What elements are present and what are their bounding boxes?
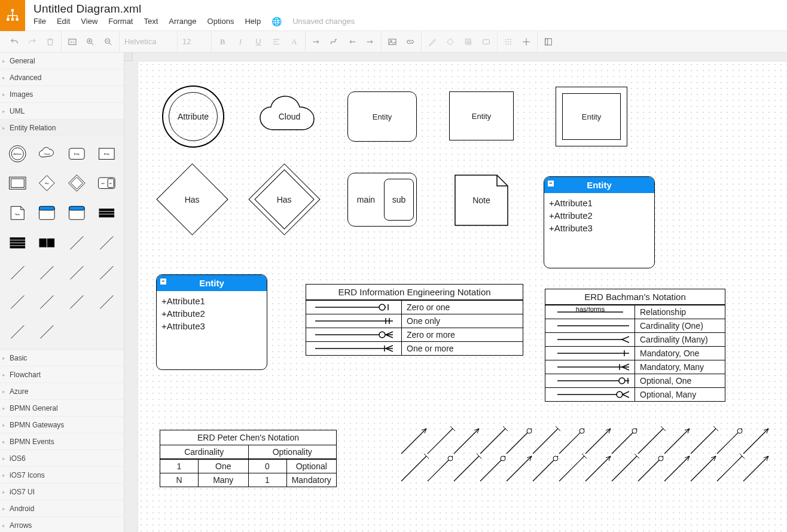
bold-icon[interactable]: B — [216, 36, 228, 48]
palette-line-6[interactable] — [93, 259, 120, 286]
shape-cloud[interactable]: Cloud — [257, 94, 322, 139]
palette-table-dark[interactable] — [93, 200, 120, 227]
sidebar-cat-ios7-icons[interactable]: iOS7 Icons — [0, 467, 124, 484]
grid-dots-icon[interactable] — [502, 36, 514, 48]
sidebar-cat-basic[interactable]: Basic — [0, 350, 124, 366]
sidebar-cat-arrows[interactable]: Arrows — [0, 517, 124, 532]
shape-entity-table-2[interactable]: −Entity +Attribute1 +Attribute2 +Attribu… — [156, 274, 267, 370]
palette-line-5[interactable] — [63, 259, 91, 286]
palette-diamond[interactable]: Has — [33, 170, 61, 197]
sidebar-cat-bpmn-gateways[interactable]: BPMN Gateways — [0, 417, 124, 433]
palette-entity-double[interactable] — [4, 170, 31, 197]
erd-chen-table[interactable]: ERD Peter Chen's Notation Cardinality Op… — [160, 430, 337, 487]
zoom-in-icon[interactable] — [84, 36, 96, 48]
outline-icon[interactable] — [542, 36, 554, 48]
menu-file[interactable]: File — [33, 17, 46, 26]
palette-entity-rounded[interactable]: Entity — [63, 140, 91, 167]
entity-attr-1[interactable]: +Attribute1 — [549, 197, 649, 209]
sidebar-cat-bpmn-general[interactable]: BPMN General — [0, 400, 124, 417]
underline-icon[interactable]: U — [252, 36, 264, 48]
sidebar-cat-uml[interactable]: UML — [0, 103, 124, 120]
connector-sample-b-0[interactable] — [399, 454, 429, 485]
guides-icon[interactable] — [520, 36, 532, 48]
arrow-left-icon[interactable] — [346, 36, 358, 48]
palette-line-9[interactable] — [63, 289, 91, 316]
connection-ortho-icon[interactable] — [328, 36, 340, 48]
shape-entity-double[interactable]: Entity — [556, 87, 627, 146]
font-size-field[interactable]: 12 — [182, 37, 206, 46]
shape-entity-rounded[interactable]: Entity — [347, 91, 417, 142]
menu-format[interactable]: Format — [108, 17, 133, 26]
palette-line-10[interactable] — [93, 289, 120, 316]
connector-sample-b-2[interactable] — [452, 454, 481, 485]
page[interactable]: Attribute Cloud Entity Entity Entity — [138, 61, 787, 532]
palette-entity-square[interactable]: Entity — [93, 140, 120, 167]
shape-main-sub[interactable]: main sub — [347, 173, 417, 227]
menu-text[interactable]: Text — [144, 17, 158, 26]
italic-icon[interactable]: I — [234, 36, 246, 48]
palette-bach-table[interactable] — [33, 229, 61, 256]
font-color-icon[interactable]: A — [288, 36, 300, 48]
shape-entity-table-1[interactable]: −Entity +Attribute1 +Attribute2 +Attribu… — [544, 176, 655, 268]
zoom-actual-icon[interactable]: 1:1 — [66, 36, 78, 48]
canvas[interactable]: Attribute Cloud Entity Entity Entity — [124, 53, 787, 532]
palette-line-2[interactable] — [93, 229, 120, 256]
palette-diamond-double[interactable] — [63, 170, 91, 197]
palette-line-4[interactable] — [33, 259, 61, 286]
menu-arrange[interactable]: Arrange — [169, 17, 196, 26]
entity2-attr-1[interactable]: +Attribute1 — [161, 295, 262, 307]
erd-ie-table[interactable]: ERD Information Engineering Notation Zer… — [306, 284, 523, 356]
link-icon[interactable] — [404, 36, 416, 48]
palette-line-1[interactable] — [63, 229, 91, 256]
erd-bachman-table[interactable]: ERD Bachman's Notation has/formsRelation… — [545, 289, 725, 402]
shape-diamond-has[interactable]: Has — [156, 163, 228, 235]
fill-color-icon[interactable] — [444, 36, 456, 48]
sidebar-cat-flowchart[interactable]: Flowchart — [0, 366, 124, 383]
palette-entity-table[interactable] — [33, 200, 61, 227]
sidebar-cat-azure[interactable]: Azure — [0, 383, 124, 400]
connector-sample-b-6[interactable] — [557, 454, 587, 485]
palette-line-7[interactable] — [4, 289, 31, 316]
shape-entity-square[interactable]: Entity — [449, 91, 514, 140]
connection-straight-icon[interactable] — [310, 36, 322, 48]
palette-attribute[interactable]: Attribute — [4, 140, 31, 167]
connector-sample-b-5[interactable] — [530, 454, 560, 485]
palette-line-8[interactable] — [33, 289, 61, 316]
palette-line-11[interactable] — [4, 319, 31, 346]
sidebar-cat-images[interactable]: Images — [0, 86, 124, 103]
connector-sample-b-10[interactable] — [662, 454, 692, 485]
sidebar-cat-ios7-ui[interactable]: iOS7 UI — [0, 484, 124, 500]
connector-sample-b-13[interactable] — [741, 454, 771, 485]
redo-icon[interactable] — [26, 36, 38, 48]
image-icon[interactable] — [386, 36, 398, 48]
palette-entity-table2[interactable] — [63, 200, 91, 227]
align-icon[interactable] — [270, 36, 282, 48]
connector-sample-b-8[interactable] — [609, 454, 639, 485]
connector-sample-b-11[interactable] — [688, 454, 718, 485]
connector-sample-b-4[interactable] — [504, 454, 534, 485]
stroke-color-icon[interactable] — [426, 36, 438, 48]
language-icon[interactable]: 🌐 — [272, 17, 282, 26]
font-family-field[interactable]: Helvetica — [124, 37, 172, 46]
arrow-right-icon[interactable] — [364, 36, 376, 48]
palette-note[interactable]: Note — [4, 200, 31, 227]
sidebar-cat-advanced[interactable]: Advanced — [0, 69, 124, 86]
palette-mainsub[interactable]: mainsub — [93, 170, 120, 197]
sidebar-cat-entity-relation[interactable]: Entity Relation — [0, 120, 124, 136]
entity2-attr-3[interactable]: +Attribute3 — [161, 320, 262, 332]
palette-line-3[interactable] — [4, 259, 31, 286]
connector-sample-b-12[interactable] — [715, 454, 745, 485]
shape-diamond-has-double[interactable]: Has — [248, 163, 320, 235]
menu-help[interactable]: Help — [245, 17, 261, 26]
rounded-icon[interactable] — [480, 36, 492, 48]
sidebar-cat-android[interactable]: Android — [0, 500, 124, 517]
shadow-icon[interactable] — [462, 36, 474, 48]
menu-options[interactable]: Options — [208, 17, 234, 26]
sidebar-cat-bpmn-events[interactable]: BPMN Events — [0, 433, 124, 450]
palette-ie-table[interactable] — [4, 229, 31, 256]
delete-icon[interactable] — [44, 36, 56, 48]
sidebar-cat-ios6[interactable]: iOS6 — [0, 450, 124, 467]
connector-sample-b-9[interactable] — [636, 454, 666, 485]
connector-sample-b-7[interactable] — [583, 454, 613, 485]
palette-cloud[interactable]: Cloud — [33, 140, 61, 167]
